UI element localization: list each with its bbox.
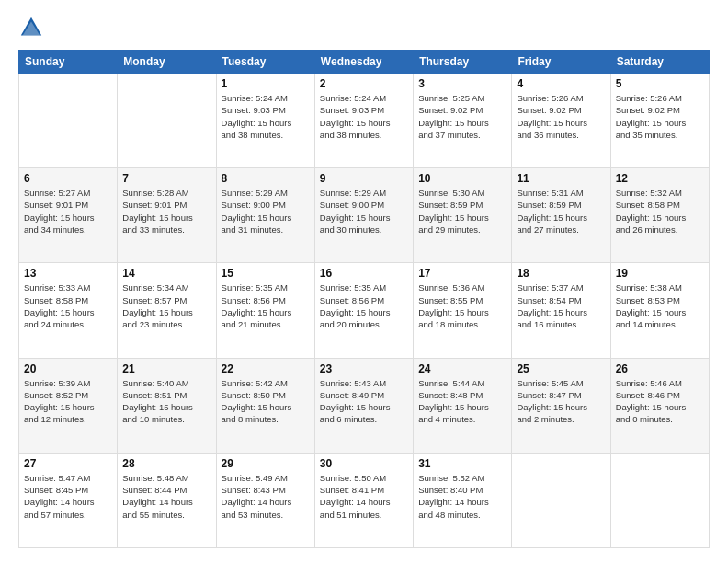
cell-info: Sunrise: 5:24 AM Sunset: 9:03 PM Dayligh…: [222, 92, 310, 141]
day-number: 19: [616, 267, 704, 280]
col-header-tuesday: Tuesday: [216, 51, 314, 74]
day-number: 30: [320, 457, 408, 470]
calendar-cell: 22Sunrise: 5:42 AM Sunset: 8:50 PM Dayli…: [216, 358, 314, 453]
day-number: 24: [418, 362, 506, 375]
calendar-cell: 30Sunrise: 5:50 AM Sunset: 8:41 PM Dayli…: [314, 453, 413, 547]
day-number: 10: [418, 172, 506, 185]
cell-info: Sunrise: 5:50 AM Sunset: 8:41 PM Dayligh…: [320, 472, 408, 521]
day-number: 14: [122, 267, 210, 280]
day-number: 5: [616, 77, 704, 90]
day-number: 13: [24, 267, 112, 280]
cell-info: Sunrise: 5:39 AM Sunset: 8:52 PM Dayligh…: [24, 377, 112, 426]
cell-info: Sunrise: 5:35 AM Sunset: 8:56 PM Dayligh…: [320, 282, 408, 330]
calendar-cell: [118, 74, 216, 168]
cell-info: Sunrise: 5:48 AM Sunset: 8:44 PM Dayligh…: [122, 472, 210, 521]
day-number: 23: [320, 362, 408, 375]
day-number: 21: [122, 362, 210, 375]
logo-icon: [18, 15, 44, 40]
calendar-cell: 26Sunrise: 5:46 AM Sunset: 8:46 PM Dayli…: [610, 358, 709, 453]
calendar-cell: 27Sunrise: 5:47 AM Sunset: 8:45 PM Dayli…: [19, 453, 118, 547]
col-header-wednesday: Wednesday: [314, 51, 413, 74]
calendar-cell: 5Sunrise: 5:26 AM Sunset: 9:02 PM Daylig…: [610, 74, 709, 168]
cell-info: Sunrise: 5:45 AM Sunset: 8:47 PM Dayligh…: [517, 377, 605, 426]
calendar-table: SundayMondayTuesdayWednesdayThursdayFrid…: [18, 50, 710, 548]
day-number: 4: [517, 77, 605, 90]
col-header-sunday: Sunday: [19, 51, 118, 74]
calendar-cell: 15Sunrise: 5:35 AM Sunset: 8:56 PM Dayli…: [216, 263, 314, 358]
cell-info: Sunrise: 5:27 AM Sunset: 9:01 PM Dayligh…: [24, 187, 112, 236]
day-number: 15: [222, 267, 310, 280]
cell-info: Sunrise: 5:44 AM Sunset: 8:48 PM Dayligh…: [418, 377, 506, 426]
calendar-cell: 29Sunrise: 5:49 AM Sunset: 8:43 PM Dayli…: [216, 453, 314, 547]
day-number: 31: [418, 457, 506, 470]
calendar-cell: 13Sunrise: 5:33 AM Sunset: 8:58 PM Dayli…: [19, 263, 118, 358]
calendar-cell: 11Sunrise: 5:31 AM Sunset: 8:59 PM Dayli…: [512, 168, 610, 263]
cell-info: Sunrise: 5:47 AM Sunset: 8:45 PM Dayligh…: [24, 472, 112, 521]
calendar-cell: [512, 453, 610, 547]
week-row-1: 6Sunrise: 5:27 AM Sunset: 9:01 PM Daylig…: [19, 168, 710, 263]
cell-info: Sunrise: 5:33 AM Sunset: 8:58 PM Dayligh…: [24, 282, 112, 330]
col-header-thursday: Thursday: [414, 51, 512, 74]
day-number: 20: [24, 362, 112, 375]
day-number: 7: [122, 172, 210, 185]
calendar-cell: 10Sunrise: 5:30 AM Sunset: 8:59 PM Dayli…: [414, 168, 512, 263]
cell-info: Sunrise: 5:42 AM Sunset: 8:50 PM Dayligh…: [222, 377, 310, 426]
day-number: 9: [320, 172, 408, 185]
calendar-cell: 2Sunrise: 5:24 AM Sunset: 9:03 PM Daylig…: [314, 74, 413, 168]
day-number: 8: [222, 172, 310, 185]
cell-info: Sunrise: 5:36 AM Sunset: 8:55 PM Dayligh…: [418, 282, 506, 330]
calendar-cell: 18Sunrise: 5:37 AM Sunset: 8:54 PM Dayli…: [512, 263, 610, 358]
cell-info: Sunrise: 5:49 AM Sunset: 8:43 PM Dayligh…: [222, 472, 310, 521]
cell-info: Sunrise: 5:29 AM Sunset: 9:00 PM Dayligh…: [320, 187, 408, 236]
cell-info: Sunrise: 5:28 AM Sunset: 9:01 PM Dayligh…: [122, 187, 210, 236]
calendar-cell: 3Sunrise: 5:25 AM Sunset: 9:02 PM Daylig…: [414, 74, 512, 168]
calendar-cell: 16Sunrise: 5:35 AM Sunset: 8:56 PM Dayli…: [314, 263, 413, 358]
day-number: 12: [616, 172, 704, 185]
day-number: 22: [222, 362, 310, 375]
calendar-cell: [19, 74, 118, 168]
logo: [18, 15, 48, 40]
day-number: 29: [222, 457, 310, 470]
week-row-3: 20Sunrise: 5:39 AM Sunset: 8:52 PM Dayli…: [19, 358, 710, 453]
cell-info: Sunrise: 5:26 AM Sunset: 9:02 PM Dayligh…: [616, 92, 704, 141]
day-number: 1: [222, 77, 310, 90]
cell-info: Sunrise: 5:38 AM Sunset: 8:53 PM Dayligh…: [616, 282, 704, 330]
header: [18, 15, 710, 40]
cell-info: Sunrise: 5:32 AM Sunset: 8:58 PM Dayligh…: [616, 187, 704, 236]
week-row-0: 1Sunrise: 5:24 AM Sunset: 9:03 PM Daylig…: [19, 74, 710, 168]
week-row-2: 13Sunrise: 5:33 AM Sunset: 8:58 PM Dayli…: [19, 263, 710, 358]
calendar-cell: 25Sunrise: 5:45 AM Sunset: 8:47 PM Dayli…: [512, 358, 610, 453]
cell-info: Sunrise: 5:35 AM Sunset: 8:56 PM Dayligh…: [222, 282, 310, 330]
calendar-cell: 28Sunrise: 5:48 AM Sunset: 8:44 PM Dayli…: [118, 453, 216, 547]
calendar-cell: 12Sunrise: 5:32 AM Sunset: 8:58 PM Dayli…: [610, 168, 709, 263]
cell-info: Sunrise: 5:34 AM Sunset: 8:57 PM Dayligh…: [122, 282, 210, 330]
week-row-4: 27Sunrise: 5:47 AM Sunset: 8:45 PM Dayli…: [19, 453, 710, 547]
day-number: 26: [616, 362, 704, 375]
calendar-cell: 8Sunrise: 5:29 AM Sunset: 9:00 PM Daylig…: [216, 168, 314, 263]
calendar-cell: 19Sunrise: 5:38 AM Sunset: 8:53 PM Dayli…: [610, 263, 709, 358]
calendar-cell: 24Sunrise: 5:44 AM Sunset: 8:48 PM Dayli…: [414, 358, 512, 453]
cell-info: Sunrise: 5:46 AM Sunset: 8:46 PM Dayligh…: [616, 377, 704, 426]
cell-info: Sunrise: 5:29 AM Sunset: 9:00 PM Dayligh…: [222, 187, 310, 236]
calendar-cell: 23Sunrise: 5:43 AM Sunset: 8:49 PM Dayli…: [314, 358, 413, 453]
day-number: 28: [122, 457, 210, 470]
calendar-cell: 20Sunrise: 5:39 AM Sunset: 8:52 PM Dayli…: [19, 358, 118, 453]
day-number: 27: [24, 457, 112, 470]
calendar-cell: 7Sunrise: 5:28 AM Sunset: 9:01 PM Daylig…: [118, 168, 216, 263]
day-number: 16: [320, 267, 408, 280]
cell-info: Sunrise: 5:31 AM Sunset: 8:59 PM Dayligh…: [517, 187, 605, 236]
day-number: 17: [418, 267, 506, 280]
col-header-saturday: Saturday: [610, 51, 709, 74]
cell-info: Sunrise: 5:24 AM Sunset: 9:03 PM Dayligh…: [320, 92, 408, 141]
day-number: 2: [320, 77, 408, 90]
col-header-friday: Friday: [512, 51, 610, 74]
calendar-cell: 1Sunrise: 5:24 AM Sunset: 9:03 PM Daylig…: [216, 74, 314, 168]
cell-info: Sunrise: 5:43 AM Sunset: 8:49 PM Dayligh…: [320, 377, 408, 426]
day-number: 3: [418, 77, 506, 90]
cell-info: Sunrise: 5:30 AM Sunset: 8:59 PM Dayligh…: [418, 187, 506, 236]
day-number: 6: [24, 172, 112, 185]
cell-info: Sunrise: 5:26 AM Sunset: 9:02 PM Dayligh…: [517, 92, 605, 141]
page: SundayMondayTuesdayWednesdayThursdayFrid…: [0, 0, 728, 563]
calendar-cell: 17Sunrise: 5:36 AM Sunset: 8:55 PM Dayli…: [414, 263, 512, 358]
calendar-header-row: SundayMondayTuesdayWednesdayThursdayFrid…: [19, 51, 710, 74]
